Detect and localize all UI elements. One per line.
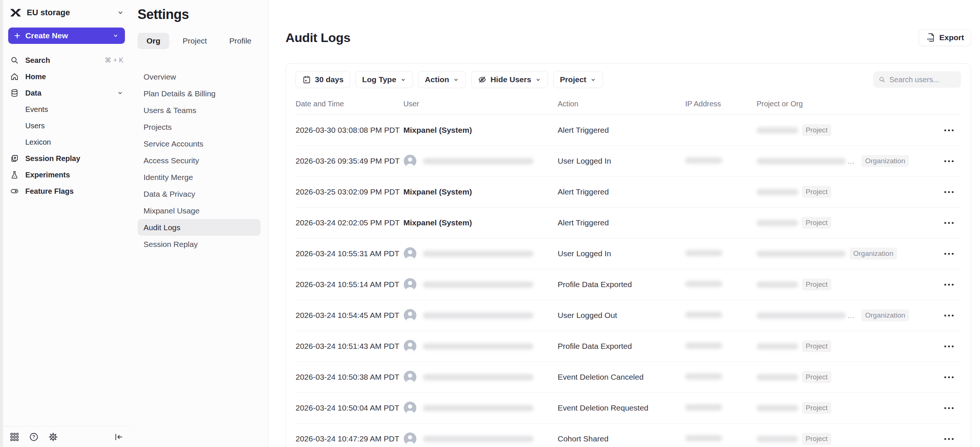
table-row[interactable]: 2026-03-24 10:55:31 AM PDT User Logged I…	[296, 239, 961, 269]
redacted-ip-address	[685, 281, 722, 287]
row-actions-menu-button[interactable]	[941, 157, 956, 165]
help-button[interactable]: ?	[29, 432, 39, 442]
target-type-badge: Project	[802, 402, 831, 414]
sidebar-item-label: Users	[25, 122, 45, 130]
redacted-user-email	[423, 405, 533, 411]
row-actions-menu-button[interactable]	[941, 342, 956, 350]
redacted-target-name	[757, 282, 798, 288]
settings-menu-item[interactable]: Audit Logs	[138, 219, 261, 236]
create-new-button[interactable]: + Create New	[8, 27, 125, 44]
apps-grid-button[interactable]	[10, 432, 19, 442]
sidebar-item-data[interactable]: Data	[3, 85, 130, 101]
sidebar-item-home[interactable]: Home	[3, 68, 130, 85]
workspace-switcher[interactable]: EU storage	[3, 0, 130, 19]
table-row[interactable]: 2026-03-24 10:50:38 AM PDT Event Deletio…	[296, 362, 961, 393]
row-actions-menu-button[interactable]	[941, 404, 956, 412]
settings-menu-item[interactable]: Mixpanel Usage	[138, 202, 261, 219]
row-actions-menu-button[interactable]	[941, 188, 956, 196]
search-shortcut: ⌘ + K	[105, 56, 123, 64]
row-actions-menu-button[interactable]	[941, 219, 956, 227]
sidebar-item-label: Events	[25, 105, 48, 114]
search-users-input[interactable]	[889, 75, 956, 84]
row-timestamp: 2026-03-24 10:54:45 AM PDT	[296, 311, 403, 320]
settings-menu-item[interactable]: Projects	[138, 119, 261, 135]
table-row[interactable]: 2026-03-24 02:02:05 PM PDT Mixpanel (Sys…	[296, 207, 961, 239]
redacted-ip-address	[685, 373, 722, 380]
sidebar-item-search[interactable]: Search ⌘ + K	[3, 52, 130, 68]
sidebar-item-session-replay[interactable]: Session Replay	[3, 150, 130, 167]
tab-project[interactable]: Project	[173, 33, 216, 49]
settings-gear-button[interactable]	[48, 432, 58, 442]
log-type-label: Log Type	[362, 75, 396, 84]
row-timestamp: 2026-03-24 02:02:05 PM PDT	[296, 218, 403, 227]
settings-menu-item[interactable]: Service Accounts	[138, 135, 261, 152]
calendar-icon	[302, 75, 311, 84]
redacted-ip-address	[685, 404, 722, 410]
user-name: Mixpanel (System)	[403, 188, 472, 196]
redacted-target-name	[757, 312, 846, 319]
row-action: Event Deletion Requested	[558, 404, 685, 412]
table-row[interactable]: 2026-03-30 03:08:08 PM PDT Mixpanel (Sys…	[296, 115, 961, 146]
row-actions-menu-button[interactable]	[941, 250, 956, 258]
settings-menu-item[interactable]: Overview	[138, 68, 261, 85]
row-action: User Logged In	[558, 157, 685, 165]
settings-menu-item[interactable]: Data & Privacy	[138, 186, 261, 202]
row-action: User Logged Out	[558, 311, 685, 320]
sidebar-item-lexicon[interactable]: Lexicon	[3, 134, 130, 150]
row-actions-menu-button[interactable]	[941, 435, 956, 443]
sidebar-item-feature-flags[interactable]: Feature Flags	[3, 183, 130, 199]
log-type-filter[interactable]: Log Type	[355, 71, 413, 88]
settings-menu-item[interactable]: Session Replay	[138, 236, 261, 253]
collapse-sidebar-button[interactable]	[114, 432, 123, 442]
row-timestamp: 2026-03-24 10:50:38 AM PDT	[296, 372, 403, 382]
redacted-ip-address	[685, 250, 722, 256]
redacted-target-name	[757, 374, 798, 380]
table-row[interactable]: 2026-03-24 10:51:43 AM PDT Profile Data …	[296, 331, 961, 362]
settings-menu-item[interactable]: Access Security	[138, 152, 261, 169]
tab-org[interactable]: Org	[138, 33, 169, 49]
row-actions-menu-button[interactable]	[941, 373, 956, 381]
row-actions-menu-button[interactable]	[941, 312, 956, 320]
settings-menu-item[interactable]: Identity Merge	[138, 169, 261, 186]
redacted-user-email	[423, 282, 533, 288]
action-label: Action	[425, 75, 449, 84]
project-filter[interactable]: Project	[553, 71, 603, 88]
audit-log-card: 30 days Log Type Action Hide Users Proje…	[286, 63, 971, 447]
action-filter[interactable]: Action	[418, 71, 466, 88]
settings-menu-item[interactable]: Users & Teams	[138, 102, 261, 119]
session-replay-icon	[10, 154, 19, 163]
sidebar-item-users[interactable]: Users	[3, 118, 130, 134]
row-target: Project	[757, 278, 939, 290]
export-button[interactable]: csv Export	[919, 29, 971, 46]
table-row[interactable]: 2026-03-24 10:54:45 AM PDT User Logged O…	[296, 300, 961, 331]
window-edge	[0, 0, 3, 447]
row-timestamp: 2026-03-24 10:55:14 AM PDT	[296, 280, 403, 289]
row-timestamp: 2026-03-25 03:02:09 PM PDT	[296, 188, 403, 196]
help-circle-icon: ?	[29, 432, 39, 442]
search-icon	[878, 75, 886, 84]
row-target: … Organization	[757, 309, 939, 321]
row-actions-menu-button[interactable]	[941, 281, 956, 289]
hide-users-filter[interactable]: Hide Users	[471, 71, 548, 88]
settings-menu-item[interactable]: Plan Details & Billing	[138, 85, 261, 102]
user-avatar-icon	[403, 278, 417, 291]
table-row[interactable]: 2026-03-24 10:47:29 AM PDT Cohort Shared…	[296, 423, 961, 447]
date-range-filter[interactable]: 30 days	[296, 71, 350, 88]
table-row[interactable]: 2026-03-24 10:55:14 AM PDT Profile Data …	[296, 269, 961, 300]
create-new-label: Create New	[25, 31, 112, 40]
redacted-ip-address	[685, 435, 722, 441]
row-actions-menu-button[interactable]	[941, 126, 956, 134]
sidebar-item-events[interactable]: Events	[3, 101, 130, 118]
row-timestamp: 2026-03-30 03:08:08 PM PDT	[296, 126, 403, 135]
export-label: Export	[939, 33, 964, 42]
svg-text:?: ?	[32, 434, 35, 439]
row-ip	[685, 342, 757, 351]
project-label: Project	[560, 75, 586, 84]
sidebar-item-experiments[interactable]: Experiments	[3, 167, 130, 183]
row-ip	[685, 434, 757, 443]
table-row[interactable]: 2026-03-26 09:35:49 PM PDT User Logged I…	[296, 146, 961, 177]
table-row[interactable]: 2026-03-25 03:02:09 PM PDT Mixpanel (Sys…	[296, 177, 961, 207]
tab-profile[interactable]: Profile	[221, 33, 261, 49]
table-row[interactable]: 2026-03-24 10:50:04 AM PDT Event Deletio…	[296, 393, 961, 423]
user-name: Mixpanel (System)	[403, 126, 472, 135]
